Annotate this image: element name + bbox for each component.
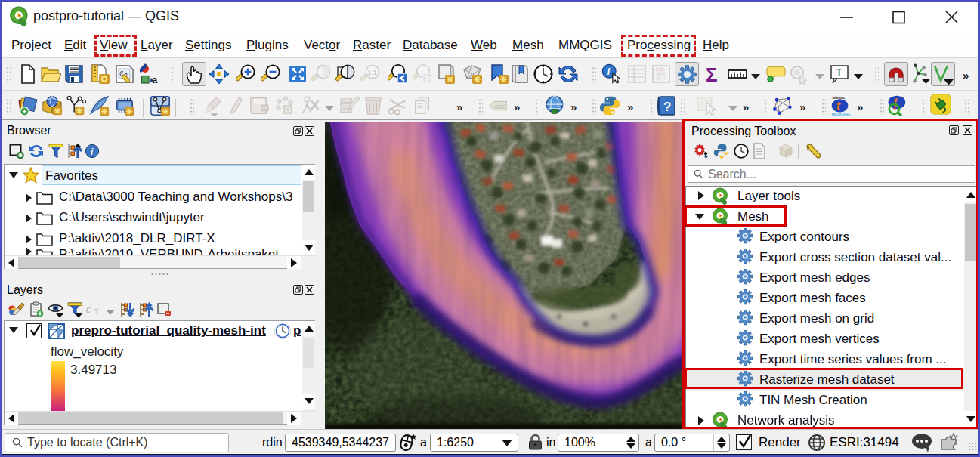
svg-text:abc: abc [494, 103, 505, 110]
svg-text:t: t [836, 99, 841, 112]
svg-text:t: t [894, 96, 898, 109]
svg-text:T: T [836, 66, 842, 79]
svg-text:MASCARET: MASCARET [832, 113, 851, 116]
svg-text:a: a [152, 74, 158, 85]
svg-text:ε: ε [86, 304, 91, 315]
svg-text:?: ? [663, 100, 671, 114]
svg-text:1:1: 1:1 [368, 69, 378, 76]
svg-text:Σ: Σ [706, 63, 718, 85]
